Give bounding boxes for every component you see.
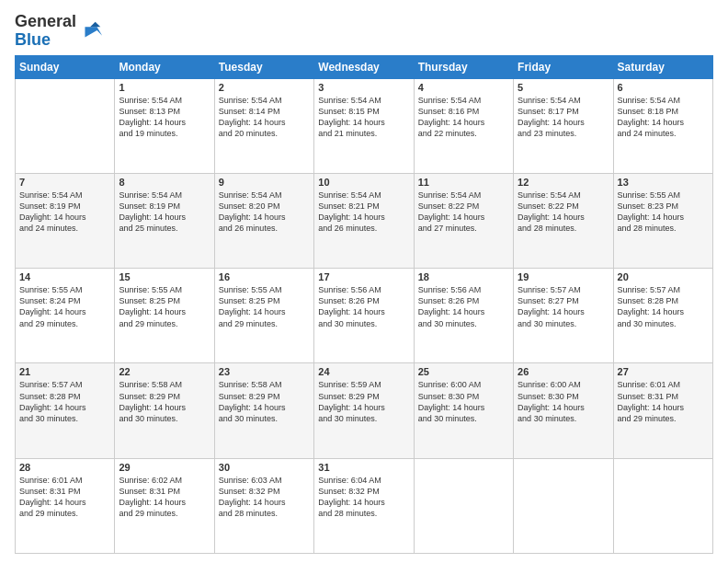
calendar-header-sunday: Sunday [16,55,115,78]
svg-marker-0 [85,27,103,37]
day-number: 22 [119,366,210,377]
week-row-5: 28Sunrise: 6:01 AM Sunset: 8:31 PM Dayli… [16,458,713,553]
day-info: Sunrise: 5:56 AM Sunset: 8:26 PM Dayligh… [318,284,409,329]
day-info: Sunrise: 5:54 AM Sunset: 8:21 PM Dayligh… [318,190,409,235]
day-number: 3 [318,82,409,93]
day-number: 16 [219,271,310,282]
day-number: 21 [19,366,110,377]
calendar-table: SundayMondayTuesdayWednesdayThursdayFrid… [15,55,713,554]
day-info: Sunrise: 5:55 AM Sunset: 8:25 PM Dayligh… [219,284,310,329]
calendar-cell: 19Sunrise: 5:57 AM Sunset: 8:27 PM Dayli… [514,269,613,363]
day-number: 24 [318,366,409,377]
calendar-cell [613,458,712,553]
page: General Blue SundayMondayTuesdayWednesda… [0,0,728,563]
calendar-header-monday: Monday [115,55,214,78]
day-number: 17 [318,271,409,282]
calendar-cell: 29Sunrise: 6:02 AM Sunset: 8:31 PM Dayli… [115,458,214,553]
calendar-cell: 21Sunrise: 5:57 AM Sunset: 8:28 PM Dayli… [16,363,115,458]
logo-general: General [15,12,76,30]
day-number: 1 [119,82,210,93]
calendar-cell: 28Sunrise: 6:01 AM Sunset: 8:31 PM Dayli… [16,458,115,553]
day-number: 19 [518,271,609,282]
calendar-cell: 30Sunrise: 6:03 AM Sunset: 8:32 PM Dayli… [214,458,313,553]
day-number: 23 [219,366,310,377]
calendar-cell: 20Sunrise: 5:57 AM Sunset: 8:28 PM Dayli… [613,269,712,363]
day-number: 29 [119,462,210,473]
calendar-cell: 3Sunrise: 5:54 AM Sunset: 8:15 PM Daylig… [314,78,414,173]
calendar-cell: 17Sunrise: 5:56 AM Sunset: 8:26 PM Dayli… [314,269,414,363]
day-number: 12 [518,177,609,188]
svg-marker-1 [90,22,100,28]
day-number: 4 [418,82,509,93]
day-number: 11 [418,177,509,188]
calendar-cell [514,458,613,553]
day-number: 15 [119,271,210,282]
day-number: 13 [618,177,709,188]
day-number: 14 [19,271,110,282]
calendar-cell: 2Sunrise: 5:54 AM Sunset: 8:14 PM Daylig… [214,78,313,173]
day-info: Sunrise: 5:54 AM Sunset: 8:15 PM Dayligh… [318,95,409,140]
day-info: Sunrise: 6:03 AM Sunset: 8:32 PM Dayligh… [219,475,310,520]
calendar-cell: 25Sunrise: 6:00 AM Sunset: 8:30 PM Dayli… [414,363,513,458]
day-number: 9 [219,177,310,188]
day-number: 31 [318,462,409,473]
calendar-cell: 12Sunrise: 5:54 AM Sunset: 8:22 PM Dayli… [514,173,613,268]
calendar-cell: 27Sunrise: 6:01 AM Sunset: 8:31 PM Dayli… [613,363,712,458]
day-info: Sunrise: 6:00 AM Sunset: 8:30 PM Dayligh… [418,379,509,424]
day-info: Sunrise: 5:54 AM Sunset: 8:19 PM Dayligh… [19,190,110,235]
day-number: 28 [19,462,110,473]
day-info: Sunrise: 5:54 AM Sunset: 8:22 PM Dayligh… [418,190,509,235]
day-info: Sunrise: 5:58 AM Sunset: 8:29 PM Dayligh… [119,379,210,424]
logo-icon [78,18,104,44]
calendar-cell: 26Sunrise: 6:00 AM Sunset: 8:30 PM Dayli… [514,363,613,458]
day-info: Sunrise: 5:57 AM Sunset: 8:28 PM Dayligh… [19,379,110,424]
day-info: Sunrise: 5:55 AM Sunset: 8:25 PM Dayligh… [119,284,210,329]
calendar-header-saturday: Saturday [613,55,712,78]
calendar-cell: 9Sunrise: 5:54 AM Sunset: 8:20 PM Daylig… [214,173,313,268]
day-info: Sunrise: 5:55 AM Sunset: 8:24 PM Dayligh… [19,284,110,329]
calendar-cell: 4Sunrise: 5:54 AM Sunset: 8:16 PM Daylig… [414,78,513,173]
calendar-cell: 23Sunrise: 5:58 AM Sunset: 8:29 PM Dayli… [214,363,313,458]
day-number: 10 [318,177,409,188]
day-info: Sunrise: 5:54 AM Sunset: 8:18 PM Dayligh… [618,95,709,140]
calendar-header-wednesday: Wednesday [314,55,414,78]
day-number: 6 [618,82,709,93]
calendar-cell: 6Sunrise: 5:54 AM Sunset: 8:18 PM Daylig… [613,78,712,173]
day-info: Sunrise: 5:59 AM Sunset: 8:29 PM Dayligh… [318,379,409,424]
calendar-cell: 10Sunrise: 5:54 AM Sunset: 8:21 PM Dayli… [314,173,414,268]
calendar-cell: 1Sunrise: 5:54 AM Sunset: 8:13 PM Daylig… [115,78,214,173]
calendar-cell: 15Sunrise: 5:55 AM Sunset: 8:25 PM Dayli… [115,269,214,363]
day-info: Sunrise: 6:00 AM Sunset: 8:30 PM Dayligh… [518,379,609,424]
day-info: Sunrise: 5:54 AM Sunset: 8:14 PM Dayligh… [219,95,310,140]
day-info: Sunrise: 6:02 AM Sunset: 8:31 PM Dayligh… [119,475,210,520]
day-number: 2 [219,82,310,93]
calendar-header-row: SundayMondayTuesdayWednesdayThursdayFrid… [16,55,713,78]
day-number: 5 [518,82,609,93]
day-info: Sunrise: 6:01 AM Sunset: 8:31 PM Dayligh… [618,379,709,424]
calendar-cell: 11Sunrise: 5:54 AM Sunset: 8:22 PM Dayli… [414,173,513,268]
day-info: Sunrise: 6:04 AM Sunset: 8:32 PM Dayligh… [318,475,409,520]
calendar-header-tuesday: Tuesday [214,55,313,78]
day-info: Sunrise: 5:54 AM Sunset: 8:13 PM Dayligh… [119,95,210,140]
week-row-3: 14Sunrise: 5:55 AM Sunset: 8:24 PM Dayli… [16,269,713,363]
calendar-cell: 14Sunrise: 5:55 AM Sunset: 8:24 PM Dayli… [16,269,115,363]
logo: General Blue [15,13,104,50]
calendar-cell: 8Sunrise: 5:54 AM Sunset: 8:19 PM Daylig… [115,173,214,268]
calendar-cell: 13Sunrise: 5:55 AM Sunset: 8:23 PM Dayli… [613,173,712,268]
day-number: 18 [418,271,509,282]
day-info: Sunrise: 5:54 AM Sunset: 8:20 PM Dayligh… [219,190,310,235]
day-info: Sunrise: 5:54 AM Sunset: 8:16 PM Dayligh… [418,95,509,140]
day-number: 30 [219,462,310,473]
header: General Blue [15,9,713,50]
day-number: 7 [19,177,110,188]
day-number: 20 [618,271,709,282]
calendar-cell [414,458,513,553]
day-number: 25 [418,366,509,377]
day-info: Sunrise: 6:01 AM Sunset: 8:31 PM Dayligh… [19,475,110,520]
day-info: Sunrise: 5:56 AM Sunset: 8:26 PM Dayligh… [418,284,509,329]
calendar-cell [16,78,115,173]
week-row-1: 1Sunrise: 5:54 AM Sunset: 8:13 PM Daylig… [16,78,713,173]
calendar-cell: 22Sunrise: 5:58 AM Sunset: 8:29 PM Dayli… [115,363,214,458]
day-info: Sunrise: 5:57 AM Sunset: 8:27 PM Dayligh… [518,284,609,329]
day-info: Sunrise: 5:58 AM Sunset: 8:29 PM Dayligh… [219,379,310,424]
